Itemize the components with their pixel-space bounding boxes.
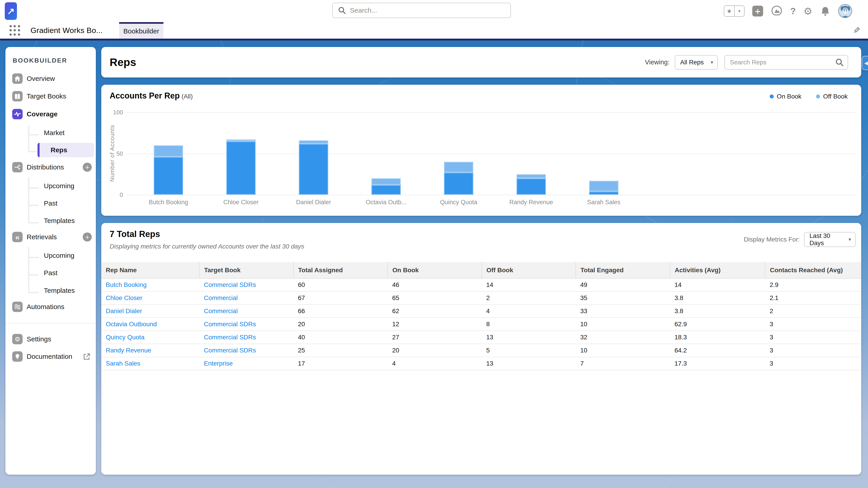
bar-segment-off-book[interactable] [589, 181, 618, 191]
caret-down-icon: ▾ [711, 59, 713, 65]
rep-name-link[interactable]: Randy Revenue [106, 347, 151, 354]
sidebar-item-distributions[interactable]: Distributions ＋ [5, 160, 96, 174]
viewing-dropdown[interactable]: All Reps ▾ [675, 55, 718, 70]
bar-butch-booking[interactable] [154, 145, 183, 195]
sidebar-item-retrievals-past[interactable]: Past [5, 266, 96, 280]
bar-segment-on-book[interactable] [371, 185, 401, 195]
target-book-link[interactable]: Commercial [204, 294, 238, 301]
target-book-link[interactable]: Commercial SDRs [204, 281, 256, 288]
user-avatar[interactable] [838, 4, 852, 18]
sidebar-item-label: Reps [51, 143, 67, 157]
sidebar-item-distributions-templates[interactable]: Templates [5, 214, 96, 228]
notifications-bell-icon[interactable] [820, 6, 831, 16]
rep-name-link[interactable]: Butch Booking [106, 281, 147, 288]
bar-segment-on-book[interactable] [154, 157, 183, 195]
cell-target-book: Enterprise [199, 357, 293, 370]
gradient-works-logo-icon[interactable]: ↗ [5, 2, 17, 20]
target-book-link[interactable]: Enterprise [204, 360, 233, 367]
sidebar-item-distributions-upcoming[interactable]: Upcoming [5, 179, 96, 193]
sidebar-item-overview[interactable]: Overview [5, 71, 96, 86]
sidebar-item-retrievals[interactable]: « Retrievals ＋ [5, 230, 96, 244]
cell-total-assigned: 60 [293, 278, 388, 291]
favorites-button[interactable]: ★ ▾ [724, 5, 745, 17]
tab-bookbuilder[interactable]: Bookbuilder [119, 22, 163, 39]
table-row: Butch BookingCommercial SDRs60461449142.… [101, 278, 861, 291]
rep-name-link[interactable]: Daniel Dialer [106, 307, 142, 315]
add-distribution-button[interactable]: ＋ [83, 163, 92, 172]
bar-segment-off-book[interactable] [444, 162, 473, 172]
sidebar-item-retrievals-upcoming[interactable]: Upcoming [5, 248, 96, 263]
star-icon[interactable]: ★ [724, 6, 734, 16]
trailhead-icon[interactable] [771, 5, 782, 17]
bar-segment-off-book[interactable] [371, 178, 401, 185]
rep-name-link[interactable]: Octavia Outbound [106, 321, 157, 328]
cell-total-engaged: 32 [576, 331, 670, 344]
nav-divider [0, 39, 868, 40]
pulse-icon [12, 109, 23, 119]
display-metrics-label: Display Metrics For: [744, 232, 800, 247]
bar-segment-off-book[interactable] [154, 145, 183, 157]
cell-total-engaged: 7 [576, 357, 670, 370]
bar-segment-on-book[interactable] [299, 144, 328, 195]
add-retrieval-button[interactable]: ＋ [83, 232, 92, 241]
bar-segment-off-book[interactable] [517, 174, 546, 178]
col-contacts-reached-avg[interactable]: Contacts Reached (Avg) [765, 262, 861, 278]
sidebar-item-retrievals-templates[interactable]: Templates [5, 283, 96, 298]
target-book-link[interactable]: Commercial SDRs [204, 334, 256, 341]
sidebar-item-distributions-past[interactable]: Past [5, 196, 96, 210]
sidebar-item-label: Retrievals [27, 230, 57, 244]
favorites-caret-icon[interactable]: ▾ [734, 6, 744, 16]
bar-octavia-outbound[interactable] [371, 178, 401, 195]
col-off-book[interactable]: Off Book [482, 262, 576, 278]
global-search-input[interactable] [350, 6, 486, 14]
bar-segment-on-book[interactable] [589, 191, 618, 195]
target-book-link[interactable]: Commercial SDRs [204, 321, 256, 328]
collapse-panel-toggle[interactable]: ◀ [862, 56, 868, 70]
app-name[interactable]: Gradient Works Bo... [31, 22, 103, 39]
setup-gear-icon[interactable]: ⚙ [804, 5, 812, 17]
global-search[interactable] [332, 3, 511, 18]
sidebar-item-automations[interactable]: Automations [5, 300, 96, 314]
bar-segment-on-book[interactable] [226, 141, 256, 195]
help-icon[interactable]: ? [790, 6, 796, 16]
sidebar-item-market[interactable]: Market [5, 126, 96, 140]
distribution-split-icon [12, 162, 23, 172]
target-book-link[interactable]: Commercial [204, 307, 238, 315]
bar-segment-off-book[interactable] [299, 140, 328, 144]
display-metrics-dropdown[interactable]: Last 30 Days ▾ [804, 232, 856, 247]
col-activities-avg[interactable]: Activities (Avg) [670, 262, 765, 278]
cell-total-engaged: 49 [576, 278, 670, 291]
sidebar-item-target-books[interactable]: Target Books [5, 89, 96, 103]
rep-name-link[interactable]: Quincy Quota [106, 334, 145, 341]
bar-segment-on-book[interactable] [517, 178, 546, 195]
app-launcher-waffle-icon[interactable] [9, 25, 20, 36]
search-reps-input[interactable] [730, 59, 835, 66]
bar-quincy-quota[interactable] [444, 162, 473, 195]
bar-daniel-dialer[interactable] [299, 140, 328, 195]
col-on-book[interactable]: On Book [388, 262, 482, 278]
search-reps-box[interactable] [724, 55, 848, 70]
bar-segment-on-book[interactable] [444, 172, 473, 195]
cell-total-engaged: 10 [576, 318, 670, 331]
rep-name-link[interactable]: Sarah Sales [106, 360, 141, 367]
rep-name-link[interactable]: Chloe Closer [106, 294, 143, 301]
bar-randy-revenue[interactable] [517, 174, 546, 195]
quick-create-button[interactable]: ＋ [752, 6, 763, 17]
col-total-engaged[interactable]: Total Engaged [576, 262, 670, 278]
edit-nav-pencil-icon[interactable]: ✎ [853, 22, 860, 39]
caret-down-icon: ▾ [848, 236, 851, 242]
col-total-assigned[interactable]: Total Assigned [293, 262, 388, 278]
bar-chloe-closer[interactable] [226, 139, 256, 195]
bar-segment-off-book[interactable] [226, 139, 256, 141]
target-book-link[interactable]: Commercial SDRs [204, 347, 256, 354]
selected-accent-bar [37, 143, 39, 157]
sidebar-item-settings[interactable]: ⚙ Settings [5, 332, 96, 346]
bar-sarah-sales[interactable] [589, 181, 618, 195]
sidebar: BOOKBUILDER Overview Target Books Covera… [5, 47, 96, 475]
col-rep-name[interactable]: Rep Name [101, 262, 199, 278]
cell-total-engaged: 35 [576, 291, 670, 304]
col-target-book[interactable]: Target Book [199, 262, 293, 278]
sidebar-item-reps-selected[interactable]: Reps [5, 143, 96, 157]
sidebar-item-coverage[interactable]: Coverage [5, 107, 96, 121]
sidebar-item-documentation[interactable]: Documentation [5, 349, 96, 364]
